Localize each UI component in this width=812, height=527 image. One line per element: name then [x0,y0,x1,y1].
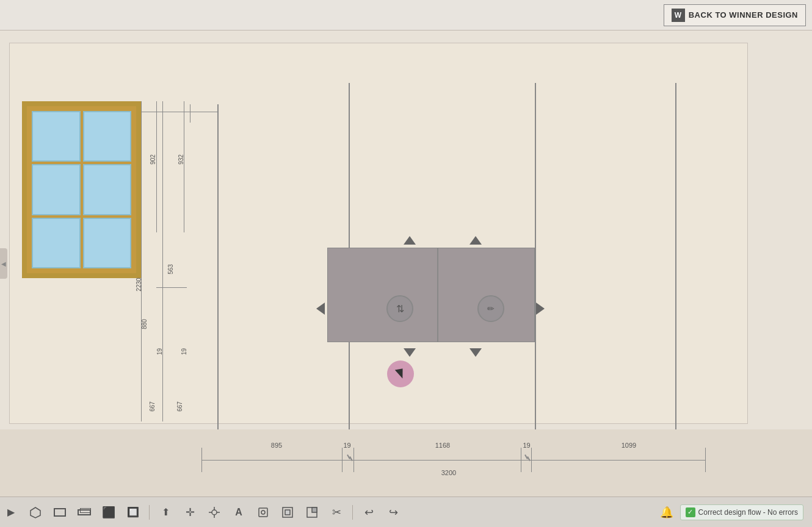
window-pane-5 [32,218,81,268]
svg-rect-6 [259,508,267,517]
svg-point-7 [261,511,265,514]
sq-point-icon [281,506,294,518]
window-frame [22,101,141,278]
tool-redo-button[interactable]: ↪ [382,501,404,523]
selected-element[interactable] [327,248,535,342]
tool-box-solid-button[interactable]: 🔲 [122,501,144,523]
dim-label-563: 563 [167,264,174,274]
tool-cursor-cross-button[interactable] [203,501,225,523]
tool-cut-button[interactable]: ✂ [325,501,347,523]
cursor-indicator [387,360,414,387]
3d-icon [29,506,42,518]
tool-sq-corner-button[interactable] [301,501,323,523]
box3d-icon: ⬛ [102,506,115,519]
tool-move-all-button[interactable]: ✛ [179,501,201,523]
dim-label-880: 880 [141,319,148,329]
separator-line-1 [217,104,219,461]
dim-label-667b: 667 [176,401,183,412]
handle-left[interactable] [316,303,325,315]
status-text: Correct design flow - No errors [698,508,798,517]
meas-label-19a: 19 [339,442,355,449]
dim-line-top-h [141,112,217,112]
bell-icon: 🔔 [660,506,673,519]
dim-v-line-902 [156,101,157,232]
handle-bottom-1[interactable] [404,348,416,357]
action-edit-button[interactable]: ✏ [477,295,504,322]
meas-label-3200: 3200 [415,469,482,476]
window-pane-1 [32,111,81,162]
meas-label-1168: 1168 [415,442,470,449]
text-icon: A [235,507,242,518]
tool-3d-button[interactable] [24,501,46,523]
tool-box3d-button[interactable]: ⬛ [98,501,120,523]
dim-label-902: 902 [150,154,156,165]
dim-tick-top-4 [217,104,218,123]
rect-alt-icon [78,509,91,515]
design-canvas[interactable]: 902 932 563 19 19 667 667 880 2230 [9,43,748,424]
tool-move-up-button[interactable]: ⬆ [154,501,176,523]
dim-label-19b: 19 [181,348,187,355]
handle-top-2[interactable] [469,236,482,245]
left-panel-toggle[interactable]: ◀ [0,248,7,279]
toolbar: ▶ ⬛ 🔲 ⬆ ✛ [0,497,812,527]
measurement-area: 895 19 1168 19 1099 3200 [0,429,812,497]
tool-rect-alt-button[interactable] [73,501,95,523]
meas-seg-1 [201,460,342,461]
window-pane-6 [83,218,132,268]
selected-element-divider [437,248,438,342]
separator-line-3 [535,83,536,461]
handle-top-1[interactable] [404,236,416,245]
dim-label-932: 932 [178,154,184,165]
meas-tick-end [705,448,706,472]
dim-v-line-932 [184,101,184,232]
play-icon: ▶ [7,506,15,518]
dim-v-line-left [141,101,142,421]
back-to-winner-design-button[interactable]: W BACK TO WINNER DESIGN [664,4,806,26]
separator-line-4 [675,83,676,461]
back-button-label: BACK TO WINNER DESIGN [689,10,798,20]
tool-play-button[interactable]: ▶ [0,501,22,523]
toolbar-sep-2 [352,505,353,520]
dim-label-667a: 667 [149,401,156,412]
status-badge: ✓ Correct design flow - No errors [680,504,803,520]
tool-text-button[interactable]: A [228,501,250,523]
box-solid-icon: 🔲 [127,506,139,518]
canvas-area: ◀ [0,30,812,497]
dim-h-563 [156,287,187,288]
tool-undo-button[interactable]: ↩ [358,501,380,523]
sq-corner-icon [306,506,318,518]
window-pane-4 [83,164,132,215]
meas-label-19b: 19 [519,442,534,449]
meas-seg-1099 [531,460,705,461]
dim-v-line-left2 [162,101,163,421]
notification-bell-button[interactable]: 🔔 [656,501,678,523]
tool-crop-button[interactable] [252,501,274,523]
undo-icon: ↩ [364,506,374,519]
move-up-icon: ⬆ [162,506,170,518]
svg-rect-9 [285,510,290,515]
dim-tick-top-3 [190,104,190,123]
meas-label-895: 895 [252,442,301,449]
cursor-icon [394,368,404,379]
meas-label-1099: 1099 [601,442,656,449]
rect-icon [54,508,66,517]
svg-point-1 [212,510,217,515]
window-glass [32,111,131,268]
meas-seg-1168 [353,460,521,461]
tool-rect-button[interactable] [49,501,71,523]
status-check-icon: ✓ [686,507,695,517]
move-all-icon: ✛ [186,506,195,519]
crop-icon [257,506,269,518]
svg-rect-11 [312,507,317,512]
top-bar: W BACK TO WINNER DESIGN [0,0,812,30]
action-move-button[interactable]: ⇅ [386,295,413,322]
cursor-cross-icon [208,506,220,518]
redo-icon: ↪ [389,506,398,519]
handle-bottom-2[interactable] [469,348,482,357]
toolbar-sep-1 [149,505,150,520]
window-pane-3 [32,164,81,215]
tool-sq-point-button[interactable] [277,501,299,523]
svg-marker-0 [31,507,40,518]
window-element [22,101,150,287]
handle-right[interactable] [536,303,545,315]
